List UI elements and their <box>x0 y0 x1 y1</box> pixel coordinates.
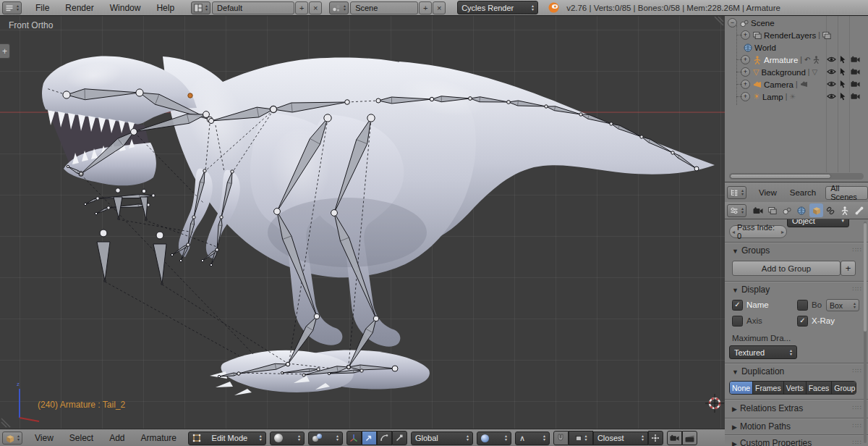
menu-help[interactable]: Help <box>148 3 182 13</box>
tab-constraints[interactable] <box>824 203 838 217</box>
hide-toggle-eye-icon[interactable] <box>827 56 836 63</box>
panel-drag-handle[interactable]: ∷∷ <box>853 367 862 374</box>
checkbox-name[interactable]: ✓ <box>732 300 743 311</box>
slider-right-arrow-icon[interactable]: ▸ <box>779 229 786 235</box>
snap-element-dropdown[interactable]: ▴▾ <box>569 431 593 445</box>
dup-option-group[interactable]: Group <box>832 382 856 394</box>
outliner-editor[interactable]: − Scene + RenderLayers | World + Armatur… <box>725 15 868 182</box>
menu-window[interactable]: Window <box>102 3 149 13</box>
scene-selector[interactable]: ▴▾ <box>329 1 349 14</box>
panel-drag-handle[interactable]: ∷∷ <box>853 439 862 446</box>
outliner-item-lamp[interactable]: + ☀ Lamp | ☀ <box>725 91 868 103</box>
editor-type-selector-3dview[interactable]: ▴▾ <box>2 432 22 445</box>
editor-type-selector-properties[interactable]: ▴▾ <box>727 204 746 217</box>
viewport-shading-dropdown[interactable]: ▴▾ <box>270 432 305 445</box>
pivot-point-dropdown[interactable]: ▴▾ <box>308 432 343 445</box>
scene-add-button[interactable]: + <box>419 1 432 14</box>
panel-header-groups[interactable]: ▼Groups <box>732 245 770 256</box>
layout-name-field[interactable]: Default <box>212 1 294 14</box>
dup-option-none[interactable]: None <box>730 382 753 394</box>
panel-header-duplication[interactable]: ▼Duplication <box>732 366 784 376</box>
rotate-manipulator-button[interactable] <box>377 431 392 445</box>
proportional-edit-dropdown[interactable]: ▴▾ <box>477 432 511 445</box>
panel-drag-handle[interactable]: ∷∷ <box>853 246 862 253</box>
select-toggle-cursor-icon[interactable] <box>840 93 846 101</box>
dup-option-faces[interactable]: Faces <box>807 382 833 394</box>
render-toggle-camera-icon[interactable] <box>851 68 860 75</box>
outliner-item-world[interactable]: World <box>725 41 868 54</box>
panel-header-motion-paths[interactable]: ▶Motion Paths <box>732 421 791 432</box>
menu-armature[interactable]: Armature <box>133 433 184 443</box>
tab-render[interactable] <box>752 203 765 217</box>
menu-view[interactable]: View <box>27 433 61 443</box>
pass-index-slider[interactable]: ◂ Pass Inde: 0 ▸ <box>729 225 787 238</box>
outliner-item-camera[interactable]: + Camera | <box>725 78 868 91</box>
toolshelf-expand-button[interactable]: + <box>0 43 10 59</box>
dup-option-frames[interactable]: Frames <box>753 382 784 394</box>
viewport-3d[interactable]: z Front Ortho (240) Armature : Tail_2 + <box>0 15 725 429</box>
render-toggle-camera-icon[interactable] <box>851 93 860 100</box>
transform-orientation-dropdown[interactable]: Global ▴▾ <box>411 432 473 445</box>
draw-type-dropdown[interactable]: Textured▴▾ <box>729 345 797 359</box>
tab-bone[interactable] <box>853 203 867 217</box>
select-toggle-cursor-icon[interactable] <box>840 80 846 88</box>
cursor-3d[interactable] <box>705 394 724 413</box>
outliner-item-armature[interactable]: + Armature | ↶ <box>725 54 868 66</box>
panel-drag-handle[interactable]: ∷∷ <box>853 285 862 293</box>
panel-drag-handle[interactable]: ∷∷ <box>853 404 862 411</box>
falloff-dropdown[interactable]: ∧ ▴▾ <box>515 432 550 445</box>
panel-header-display[interactable]: ▼Display <box>732 285 770 295</box>
display-mode-dropdown[interactable]: All Scenes <box>825 186 868 200</box>
render-toggle-camera-icon[interactable] <box>851 80 860 88</box>
mode-dropdown[interactable]: Edit Mode ▴▾ <box>188 432 266 445</box>
scene-name-field[interactable]: Scene <box>350 1 418 14</box>
hide-toggle-eye-icon[interactable] <box>827 80 836 88</box>
checkbox-axis[interactable] <box>732 316 743 327</box>
collapse-icon[interactable]: − <box>728 18 737 28</box>
scale-manipulator-button[interactable] <box>392 431 407 445</box>
checkbox-xray[interactable]: ✓ <box>797 316 808 327</box>
tab-scene[interactable] <box>780 203 794 217</box>
outliner-item-background[interactable]: + ▽ Background | ▽ <box>725 66 868 78</box>
outliner-item-renderlayers[interactable]: + RenderLayers | <box>725 29 868 41</box>
opengl-render-anim-button[interactable] <box>682 431 697 445</box>
translate-manipulator-button[interactable] <box>362 431 377 445</box>
select-toggle-cursor-icon[interactable] <box>840 68 846 76</box>
outliner-horizontal-scrollbar[interactable] <box>729 173 864 180</box>
new-group-plus-button[interactable]: + <box>841 261 856 276</box>
hide-toggle-eye-icon[interactable] <box>827 68 836 75</box>
render-engine-dropdown[interactable]: Cycles Render▴▾ <box>457 1 538 14</box>
slider-left-arrow-icon[interactable]: ◂ <box>730 229 737 235</box>
menu-render[interactable]: Render <box>57 3 101 13</box>
menu-select[interactable]: Select <box>61 433 101 443</box>
tab-object[interactable] <box>809 203 823 217</box>
snap-peel-button[interactable] <box>648 431 663 445</box>
outliner-item-scene[interactable]: − Scene <box>725 17 868 29</box>
hide-toggle-eye-icon[interactable] <box>827 93 836 100</box>
layout-add-button[interactable]: + <box>295 1 308 14</box>
layout-delete-button[interactable]: × <box>309 1 322 14</box>
panel-drag-handle[interactable]: ∷∷ <box>853 422 862 429</box>
menu-view[interactable]: View <box>752 188 783 197</box>
scene-delete-button[interactable]: × <box>433 1 446 14</box>
tab-object-data[interactable] <box>838 203 852 217</box>
manipulator-axes-button[interactable] <box>346 431 362 445</box>
properties-scrollbar[interactable] <box>864 222 867 443</box>
render-toggle-camera-icon[interactable] <box>851 56 860 63</box>
corner-resize-handle[interactable] <box>715 17 723 25</box>
opengl-render-image-button[interactable] <box>667 431 682 445</box>
checkbox-bounds[interactable] <box>797 300 808 311</box>
menu-search[interactable]: Search <box>783 188 822 197</box>
dup-option-verts[interactable]: Verts <box>784 382 807 394</box>
editor-type-selector-info[interactable]: ▴▾ <box>2 1 22 14</box>
bounds-type-dropdown[interactable]: Box▴▾ <box>826 299 859 311</box>
context-dropdown[interactable]: Object▾ <box>787 219 849 227</box>
panel-header-relations-extras[interactable]: ▶Relations Extras <box>732 403 803 413</box>
tab-render-layers[interactable] <box>766 203 780 217</box>
select-toggle-cursor-icon[interactable] <box>840 56 846 64</box>
snap-target-dropdown[interactable]: Closest ▴▾ <box>593 432 648 445</box>
menu-add[interactable]: Add <box>101 433 132 443</box>
properties-editor[interactable]: Object▾ ◂ Pass Inde: 0 ▸ ▼Groups ∷∷ Add … <box>725 219 868 446</box>
add-to-group-button[interactable]: Add to Group <box>732 261 841 276</box>
snap-toggle-button[interactable] <box>553 431 569 445</box>
